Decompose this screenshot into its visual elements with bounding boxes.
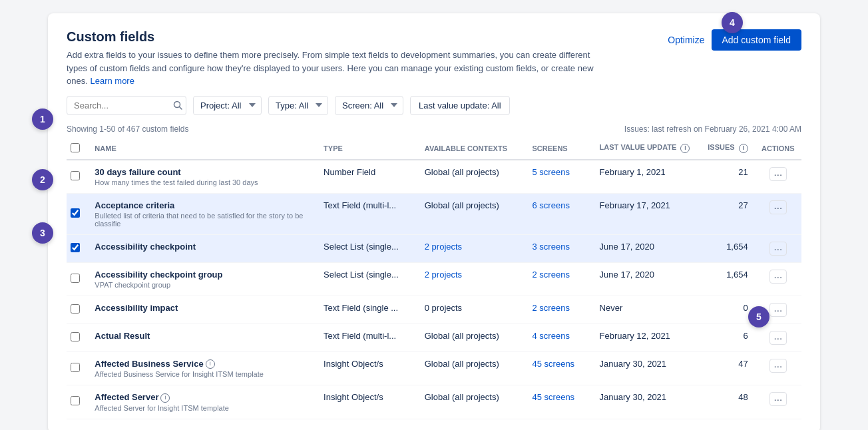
screens-link[interactable]: 4 screens <box>533 331 570 341</box>
screen-filter[interactable]: Screen: All <box>335 96 403 115</box>
row-checkbox-cell <box>67 160 88 194</box>
table-row: Affected ServeriAffected Server for Insi… <box>67 385 801 419</box>
field-description: Affected Business Service for Insight IT… <box>95 370 310 378</box>
showing-info: Showing 1-50 of 467 custom fields Issues… <box>67 124 801 134</box>
table-row: Affected Business ServiceiAffected Busin… <box>67 351 801 385</box>
header-checkbox-col <box>67 138 88 160</box>
field-info-icon[interactable]: i <box>160 393 170 403</box>
screens-link[interactable]: 3 screens <box>533 242 570 252</box>
row-name-cell: 30 days failure countHow many times the … <box>88 160 317 194</box>
search-button[interactable] <box>173 101 182 110</box>
row-issues-cell: 1,654 <box>700 234 754 262</box>
tour-bubble-1: 1 <box>32 108 53 130</box>
page-description: Add extra fields to your issues to defin… <box>67 49 612 88</box>
row-issues-cell: 27 <box>700 193 754 234</box>
field-name: Acceptance criteria <box>95 200 174 210</box>
header-actions-col: Actions <box>755 138 801 160</box>
row-more-button[interactable]: ··· <box>769 303 787 317</box>
header-left: Custom fields Add extra fields to your i… <box>67 29 612 88</box>
available-contexts-link[interactable]: 2 projects <box>425 270 462 280</box>
row-last-value-update-cell: January 30, 2021 <box>593 351 701 385</box>
header-screens: Screens <box>526 138 593 160</box>
row-checkbox-cell <box>67 262 88 296</box>
row-last-value-update-cell: February 1, 2021 <box>593 160 701 194</box>
row-issues-cell: 48 <box>700 385 754 419</box>
optimize-link[interactable]: Optimize <box>668 35 704 45</box>
screens-link[interactable]: 6 screens <box>533 200 570 210</box>
last-value-info-icon[interactable]: i <box>680 144 690 153</box>
row-available-contexts-cell: Global (all projects) <box>418 160 526 194</box>
row-last-value-update-cell: Never <box>593 296 701 323</box>
row-more-button[interactable]: ··· <box>769 242 787 256</box>
row-checkbox[interactable] <box>71 363 80 372</box>
table-header-row: Name Type Available contexts Screens Las… <box>67 138 801 160</box>
row-issues-cell: 21 <box>700 160 754 194</box>
search-wrap <box>67 96 186 115</box>
project-filter[interactable]: Project: All <box>193 96 262 115</box>
row-checkbox[interactable] <box>71 304 80 314</box>
select-all-checkbox[interactable] <box>71 143 80 152</box>
row-more-button[interactable]: ··· <box>769 270 787 284</box>
row-screens-cell: 45 screens <box>526 385 593 419</box>
field-name: Accessibility checkpoint group <box>95 270 222 280</box>
learn-more-link[interactable]: Learn more <box>90 76 134 86</box>
row-more-button[interactable]: ··· <box>769 392 787 406</box>
row-screens-cell: 3 screens <box>526 234 593 262</box>
screens-link[interactable]: 2 screens <box>533 303 570 313</box>
row-issues-cell: 6 <box>700 323 754 351</box>
search-input[interactable] <box>67 96 186 115</box>
row-checkbox[interactable] <box>71 396 80 405</box>
row-more-button[interactable]: ··· <box>769 200 787 214</box>
type-filter[interactable]: Type: All <box>268 96 328 115</box>
row-issues-cell: 1,654 <box>700 262 754 296</box>
last-value-filter[interactable]: Last value update: All <box>410 96 510 115</box>
row-name-cell: Actual Result <box>88 323 317 351</box>
row-last-value-update-cell: January 30, 2021 <box>593 385 701 419</box>
row-type-cell: Insight Object/s <box>317 351 418 385</box>
row-more-button[interactable]: ··· <box>769 359 787 373</box>
row-name-cell: Accessibility checkpoint groupVPAT check… <box>88 262 317 296</box>
issues-info-icon[interactable]: i <box>739 144 748 153</box>
table-row: Accessibility checkpoint groupVPAT check… <box>67 262 801 296</box>
row-checkbox-cell <box>67 193 88 234</box>
row-screens-cell: 2 screens <box>526 262 593 296</box>
available-contexts-link[interactable]: 2 projects <box>425 242 462 252</box>
row-name-cell: Affected Business ServiceiAffected Busin… <box>88 351 317 385</box>
row-checkbox-cell <box>67 323 88 351</box>
field-name: Affected Business Service <box>95 359 203 369</box>
row-available-contexts-cell: 0 projects <box>418 296 526 323</box>
row-screens-cell: 2 screens <box>526 296 593 323</box>
row-checkbox[interactable] <box>71 208 80 218</box>
row-checkbox[interactable] <box>71 274 80 283</box>
field-description: Affected Server for Insight ITSM templat… <box>95 404 310 412</box>
screens-link[interactable]: 5 screens <box>533 167 570 177</box>
row-name-cell: Accessibility impact <box>88 296 317 323</box>
row-actions-cell: ··· <box>755 351 801 385</box>
row-actions-cell: ··· <box>755 262 801 296</box>
row-available-contexts-cell: Global (all projects) <box>418 351 526 385</box>
field-name: 30 days failure count <box>95 167 180 177</box>
header-last-value-update: Last value update i <box>593 138 701 160</box>
row-name-cell: Accessibility checkpoint <box>88 234 317 262</box>
screens-link[interactable]: 45 screens <box>533 359 575 369</box>
refresh-info: Issues: last refresh on February 26, 202… <box>624 124 801 134</box>
row-more-button[interactable]: ··· <box>769 331 787 345</box>
tour-bubble-5: 5 <box>748 306 769 327</box>
table-row: Actual ResultText Field (multi-l...Globa… <box>67 323 801 351</box>
row-checkbox[interactable] <box>71 243 80 252</box>
row-screens-cell: 6 screens <box>526 193 593 234</box>
screens-link[interactable]: 45 screens <box>533 392 575 402</box>
header-name: Name <box>88 138 317 160</box>
row-checkbox[interactable] <box>71 171 80 180</box>
row-available-contexts-cell: Global (all projects) <box>418 385 526 419</box>
screens-link[interactable]: 2 screens <box>533 270 570 280</box>
add-custom-field-button[interactable]: Add custom field <box>712 29 802 51</box>
row-screens-cell: 45 screens <box>526 351 593 385</box>
field-info-icon[interactable]: i <box>206 359 215 369</box>
field-name: Accessibility checkpoint <box>95 242 196 252</box>
row-screens-cell: 4 screens <box>526 323 593 351</box>
row-checkbox-cell <box>67 351 88 385</box>
row-more-button[interactable]: ··· <box>769 167 787 181</box>
row-issues-cell: 0 <box>700 296 754 323</box>
row-checkbox[interactable] <box>71 332 80 341</box>
